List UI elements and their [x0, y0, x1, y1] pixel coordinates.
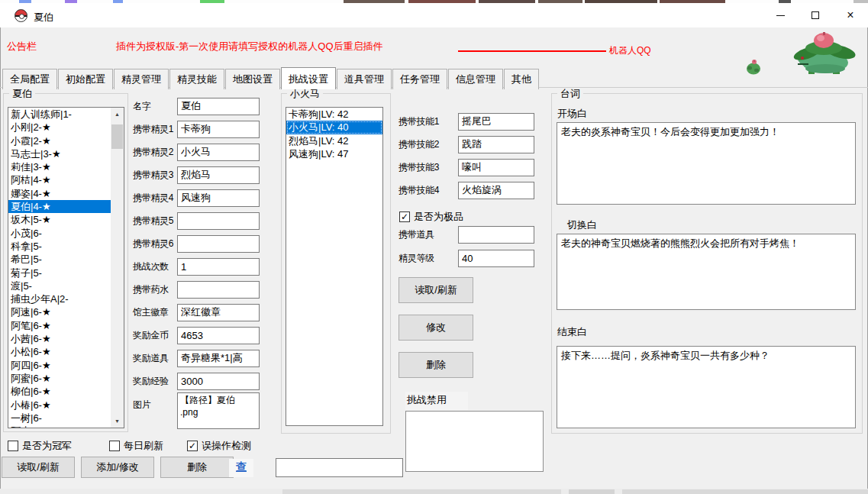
tab-挑战设置[interactable]: 挑战设置 [281, 67, 336, 89]
tab-精灵技能[interactable]: 精灵技能 [169, 69, 224, 89]
skill-4-field[interactable] [458, 182, 534, 199]
list-item[interactable]: 小霞|2-★ [8, 134, 124, 147]
list-item[interactable]: 阿速|6-★ [8, 305, 124, 318]
list-item[interactable]: 小茂|6- [8, 227, 124, 240]
footer-search-input[interactable] [276, 458, 403, 477]
list-item[interactable]: 小椿|6-★ [8, 399, 124, 412]
switch-line-label: 切换白 [567, 218, 597, 232]
list-item[interactable]: 小茜|6-★ [8, 332, 124, 345]
pokemon-2-field-label: 携带精灵2 [133, 146, 177, 159]
scroll-up-icon[interactable]: ▲ [111, 108, 124, 121]
checkbox-icon[interactable]: ✓ [399, 211, 410, 222]
announcement-label: 公告栏 [7, 40, 37, 53]
pokemon-list[interactable]: 卡蒂狗|LV: 42小火马|LV: 40烈焰马|LV: 42风速狗|LV: 47 [286, 107, 383, 426]
footer-delete-button[interactable]: 删除 [160, 457, 234, 478]
pokemon-5-field-label: 携带精灵5 [133, 215, 177, 228]
list-item[interactable]: 阿蜜|6-★ [8, 372, 124, 385]
pokemon-5-field[interactable] [177, 212, 260, 230]
potion-field[interactable] [177, 281, 260, 299]
list-item[interactable]: 阿四|6-★ [8, 359, 124, 372]
trainer-list-scrollbar[interactable]: ▲ ▼ [111, 108, 124, 428]
tab-精灵管理[interactable]: 精灵管理 [114, 69, 169, 89]
close-button[interactable]: × [833, 3, 868, 27]
name-field[interactable] [177, 98, 260, 115]
tab-全局配置[interactable]: 全局配置 [2, 69, 57, 89]
tab-信息管理[interactable]: 信息管理 [448, 69, 503, 89]
maximize-button[interactable] [798, 3, 833, 27]
reward-item-field[interactable] [177, 350, 260, 367]
minimize-button[interactable] [763, 3, 798, 27]
list-item[interactable]: 捕虫少年A|2- [8, 292, 124, 305]
tab-道具管理[interactable]: 道具管理 [337, 69, 392, 89]
pokemon-4-field[interactable] [177, 189, 260, 207]
switch-line-field[interactable]: 老夫的神奇宝贝燃烧著的熊熊烈火会把所有对手烤焦！ [557, 234, 856, 310]
challenge-disable-label: 挑战禁用 [405, 392, 468, 410]
list-item[interactable]: 坂木|5-★ [8, 213, 124, 226]
list-item[interactable]: 阿杏|6- [8, 425, 124, 428]
tab-初始配置[interactable]: 初始配置 [58, 69, 113, 89]
badge-field-label: 馆主徽章 [133, 306, 177, 319]
read-refresh-button[interactable]: 读取/刷新 [399, 277, 473, 303]
list-item[interactable]: 马志士|3-★ [8, 147, 124, 160]
champion-checkbox-label: 是否为冠军 [22, 439, 72, 453]
list-item[interactable]: 阿桔|4-★ [8, 173, 124, 186]
footer-add-modify-button[interactable]: 添加/修改 [81, 457, 154, 478]
list-item[interactable]: 阿笔|6-★ [8, 319, 124, 332]
announcement-text: 插件为授权版-第一次使用请填写授权的机器人QQ后重启插件 [116, 40, 383, 53]
challenge-count-field[interactable] [177, 258, 260, 276]
list-item[interactable]: 娜姿|4-★ [8, 187, 124, 200]
misoperation-checkbox[interactable]: ✓误操作检测 [187, 439, 251, 453]
list-item[interactable]: 小火马|LV: 40 [286, 121, 382, 134]
daily-refresh-checkbox[interactable]: 每日刷新 [109, 439, 187, 453]
held-item-field[interactable] [458, 226, 534, 244]
badge-field[interactable] [177, 304, 260, 321]
reward-gold-field[interactable] [177, 327, 260, 344]
tab-其他[interactable]: 其他 [504, 69, 539, 89]
scroll-down-icon[interactable]: ▼ [111, 415, 124, 428]
potion-field-label: 携带药水 [133, 283, 177, 296]
opening-line-field[interactable]: 老夫的炎系神奇宝贝！今后会变得更加更加强力！ [557, 122, 856, 205]
pokemon-6-field[interactable] [177, 235, 260, 253]
footer-checkbox-row: 是否为冠军每日刷新✓误操作检测 [8, 439, 251, 453]
list-item[interactable]: 小刚|2-★ [8, 121, 124, 134]
skill-extra-form: 携带道具精灵等级 [399, 223, 544, 270]
trainer-list[interactable]: 新人训练师|1-小刚|2-★小霞|2-★马志士|3-★莉佳|3-★阿桔|4-★娜… [8, 107, 124, 428]
list-item[interactable]: 新人训练师|1- [8, 108, 124, 121]
checkbox-icon[interactable] [109, 441, 120, 451]
list-item[interactable]: 小松|6-★ [8, 345, 124, 358]
premium-checkbox[interactable]: ✓是否为极品 [399, 210, 463, 224]
modify-button[interactable]: 修改 [399, 315, 473, 341]
list-item[interactable]: 风速狗|LV: 47 [286, 147, 382, 160]
checkbox-icon[interactable]: ✓ [187, 441, 198, 451]
list-item[interactable]: 柳伯|6-★ [8, 385, 124, 398]
checkbox-icon[interactable] [8, 441, 18, 451]
list-item[interactable]: 科拿|5- [8, 240, 124, 253]
challenge-disable-field[interactable] [405, 411, 544, 472]
tab-地图设置[interactable]: 地图设置 [225, 69, 280, 89]
scrollbar-thumb[interactable] [111, 124, 123, 149]
list-item[interactable]: 一树|6- [8, 412, 124, 425]
list-item[interactable]: 希巴|5- [8, 253, 124, 266]
footer-read-refresh-button[interactable]: 读取/刷新 [2, 457, 75, 478]
skill-3-field[interactable] [458, 159, 534, 176]
tab-任务管理[interactable]: 任务管理 [392, 69, 447, 89]
pokemon-3-field[interactable] [177, 166, 260, 184]
skill-2-field[interactable] [458, 136, 534, 153]
list-item[interactable]: 渡|5- [8, 279, 124, 292]
pokemon-2-field[interactable] [177, 144, 260, 161]
held-item-field-label: 携带道具 [399, 228, 458, 241]
champion-checkbox[interactable]: 是否为冠军 [8, 439, 109, 453]
list-item[interactable]: 烈焰马|LV: 42 [286, 134, 382, 147]
image-path-field[interactable]: 【路径】夏伯 .png [177, 392, 260, 429]
reward-exp-field[interactable] [177, 373, 260, 390]
list-item[interactable]: 卡蒂狗|LV: 42 [286, 108, 382, 121]
list-item[interactable]: 莉佳|3-★ [8, 160, 124, 173]
delete-button[interactable]: 删除 [399, 352, 473, 378]
skill-1-field[interactable] [458, 113, 534, 131]
query-link[interactable]: 查 [229, 459, 253, 477]
list-item[interactable]: 夏伯|4-★ [8, 200, 124, 213]
pokemon-level-field[interactable] [458, 250, 534, 267]
ending-line-field[interactable]: 接下来……提问，炎系神奇宝贝一共有多少种？ [557, 346, 856, 428]
list-item[interactable]: 菊子|5- [8, 266, 124, 279]
pokemon-1-field[interactable] [177, 121, 260, 138]
